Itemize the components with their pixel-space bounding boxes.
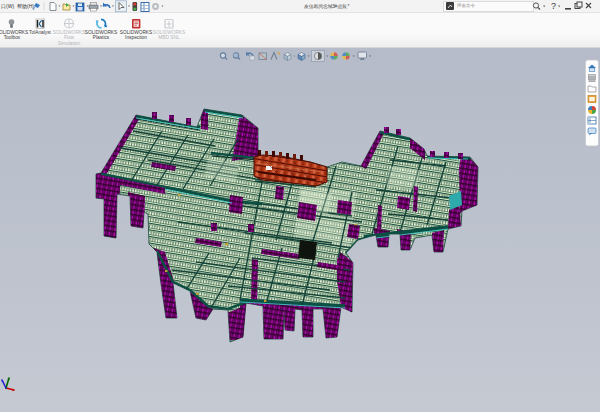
svg-text:?: ? (551, 1, 556, 11)
